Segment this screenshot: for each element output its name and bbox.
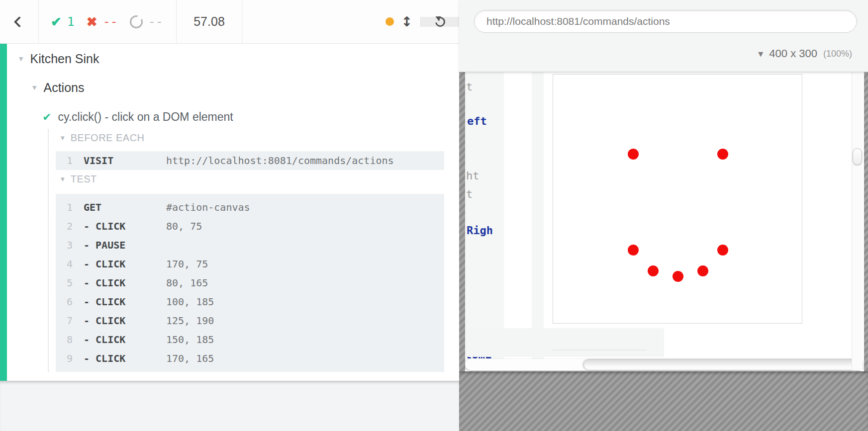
header-right-controls: ↕ xyxy=(386,0,459,43)
horizontal-scrollbar-thumb[interactable] xyxy=(583,359,863,370)
command-method: VISIT xyxy=(84,155,166,167)
restart-tests-button[interactable] xyxy=(420,17,459,27)
click-dot xyxy=(673,271,683,282)
vertical-scrollbar[interactable] xyxy=(852,72,863,370)
viewport-size: 400 x 300 xyxy=(769,47,817,60)
stats-group: ✔ 1 ✖ -- -- xyxy=(39,0,177,43)
stat-passed[interactable]: ✔ 1 xyxy=(51,14,75,29)
address-bar[interactable]: http://localhost:8081/commands/actions xyxy=(474,10,857,33)
aut-container: tefthttRightomL xyxy=(459,72,868,431)
command-method: - CLICK xyxy=(84,277,166,289)
runner-panel: http://localhost:8081/commands/actions ▼… xyxy=(459,0,868,431)
hatch-margin-bottom xyxy=(459,371,868,431)
command-args: 80, 165 xyxy=(166,277,208,289)
command-args: #action-canvas xyxy=(166,201,250,213)
subsuite-title: Actions xyxy=(43,81,84,95)
click-dot xyxy=(628,245,639,256)
code-fragment: ht xyxy=(466,171,480,181)
refresh-icon xyxy=(433,15,447,29)
command-log: ▼ Kitchen Sink ▼ Actions ✔ cy.click() - … xyxy=(0,44,459,381)
x-icon: ✖ xyxy=(87,15,97,28)
click-dot xyxy=(628,149,639,160)
command-row[interactable]: 5- CLICK80, 165 xyxy=(56,273,444,292)
aut-url: http://localhost:8081/commands/actions xyxy=(486,15,670,27)
before-each-commands: 1VISIThttp://localhost:8081/commands/act… xyxy=(56,151,444,170)
command-row[interactable]: 6- CLICK100, 185 xyxy=(56,292,444,311)
suite-kitchen-sink[interactable]: ▼ Kitchen Sink xyxy=(19,52,99,66)
test-duration: 57.08 xyxy=(177,0,242,43)
section-before-each[interactable]: ▼ BEFORE EACH xyxy=(61,132,145,144)
command-number: 1 xyxy=(56,201,73,213)
command-method: - CLICK xyxy=(84,220,166,232)
command-method: - CLICK xyxy=(84,352,166,364)
code-fragment: t xyxy=(466,82,473,92)
command-row[interactable]: 7- CLICK125, 190 xyxy=(56,311,444,330)
suite-passing-rail xyxy=(0,44,7,381)
command-number: 9 xyxy=(56,352,73,364)
command-number: 6 xyxy=(56,296,73,308)
command-args: 125, 190 xyxy=(166,315,214,327)
command-args: 170, 165 xyxy=(166,352,214,364)
section-label: TEST xyxy=(71,173,97,185)
command-number: 1 xyxy=(56,155,73,167)
suite-actions[interactable]: ▼ Actions xyxy=(32,81,84,95)
viewport-zoom: (100%) xyxy=(823,49,852,59)
stat-failed[interactable]: ✖ -- xyxy=(87,14,118,29)
pending-circle-icon xyxy=(130,15,143,28)
command-method: - CLICK xyxy=(84,334,166,345)
code-fragment: eft xyxy=(467,116,487,127)
vertical-scrollbar-thumb[interactable] xyxy=(853,148,862,165)
code-block-background xyxy=(532,72,544,370)
click-dot xyxy=(648,265,659,276)
command-row[interactable]: 1VISIThttp://localhost:8081/commands/act… xyxy=(56,151,444,170)
code-fragment: t xyxy=(466,189,473,200)
test-cy-click[interactable]: ✔ cy.click() - click on a DOM element xyxy=(42,110,233,124)
code-fragment: Righ xyxy=(467,225,493,236)
collapse-caret-icon: ▼ xyxy=(19,56,23,62)
chevron-left-icon xyxy=(13,16,25,27)
status-dot-icon xyxy=(386,17,394,26)
reporter-panel: ✔ 1 ✖ -- -- 57.08 ↕ xyxy=(0,0,459,431)
stat-pending[interactable]: -- xyxy=(130,14,163,29)
pending-count: -- xyxy=(148,14,163,29)
collapse-caret-icon: ▼ xyxy=(32,85,36,91)
test-body-guide-line xyxy=(48,129,49,372)
suite-title: Kitchen Sink xyxy=(30,52,99,66)
command-row[interactable]: 8- CLICK150, 185 xyxy=(56,330,444,349)
page-section-background xyxy=(465,328,664,357)
click-dot xyxy=(697,265,708,276)
command-args: http://localhost:8081/commands/actions xyxy=(166,155,394,167)
command-row[interactable]: 4- CLICK170, 75 xyxy=(56,255,444,273)
command-number: 4 xyxy=(56,258,73,270)
check-icon: ✔ xyxy=(51,15,62,28)
click-dot xyxy=(717,245,728,256)
command-row[interactable]: 1GET#action-canvas xyxy=(56,198,444,217)
auto-scroll-icon[interactable]: ↕ xyxy=(401,14,412,29)
collapse-caret-icon: ▼ xyxy=(61,135,65,141)
command-row[interactable]: 2- CLICK80, 75 xyxy=(56,217,444,236)
command-method: - CLICK xyxy=(84,315,166,327)
test-title: cy.click() - click on a DOM element xyxy=(58,110,233,124)
command-row[interactable]: 3- PAUSE xyxy=(56,236,444,255)
reporter-footer xyxy=(0,381,459,431)
aut-iframe: tefthttRightomL xyxy=(465,72,864,370)
section-test[interactable]: ▼ TEST xyxy=(61,173,97,185)
back-button[interactable] xyxy=(0,0,39,43)
section-label: BEFORE EACH xyxy=(71,132,145,144)
command-method: - CLICK xyxy=(84,296,166,308)
command-number: 3 xyxy=(56,239,73,251)
command-args: 80, 75 xyxy=(166,220,202,232)
cypress-runner-app: ✔ 1 ✖ -- -- 57.08 ↕ xyxy=(0,0,868,431)
page-divider xyxy=(552,349,647,350)
viewport-menu[interactable]: ▼ 400 x 300 (100%) xyxy=(758,42,852,66)
command-method: - CLICK xyxy=(84,258,166,270)
horizontal-scrollbar[interactable] xyxy=(465,359,864,370)
action-canvas[interactable] xyxy=(553,74,802,324)
hatch-margin-right xyxy=(864,72,868,371)
command-row[interactable]: 9- CLICK170, 165 xyxy=(56,349,444,368)
command-method: GET xyxy=(84,201,166,213)
passed-count: 1 xyxy=(67,14,75,29)
command-args: 170, 75 xyxy=(166,258,208,270)
command-number: 8 xyxy=(56,334,73,345)
click-dot xyxy=(717,149,728,160)
